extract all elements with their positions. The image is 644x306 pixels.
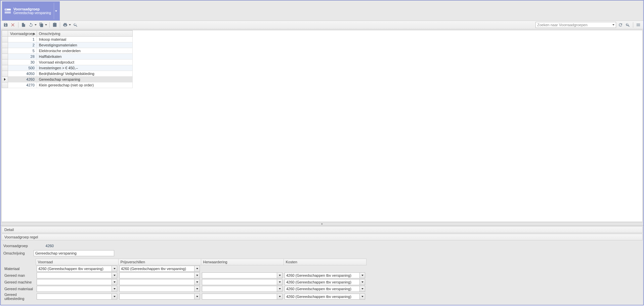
cell-id[interactable]: 28 (8, 54, 37, 60)
table-row[interactable]: 30Voorraad eindproduct (2, 60, 133, 65)
panel-splitter[interactable]: ▾ (1, 223, 643, 225)
cell-id[interactable]: 30 (8, 60, 37, 65)
cell-id[interactable]: 5 (8, 48, 37, 54)
svg-rect-2 (5, 9, 7, 10)
print-dropdown[interactable] (68, 22, 71, 28)
row-handle[interactable] (2, 48, 8, 54)
table-row[interactable]: 1Inkoop materiaal (2, 37, 133, 42)
save-button[interactable] (3, 22, 9, 28)
account-combo[interactable]: 4260 (Gereedschappen tbv verspaning) (285, 272, 365, 278)
account-combo[interactable] (37, 286, 117, 292)
table-row[interactable]: 500Investeringen > € 450,-- (2, 65, 133, 71)
account-combo[interactable]: 4260 (Gereedschappen tbv verspaning) (119, 266, 200, 272)
copy-dropdown[interactable] (44, 22, 47, 28)
row-handle[interactable] (2, 65, 8, 71)
account-combo[interactable] (119, 279, 200, 285)
combo-dropdown-icon[interactable] (194, 286, 200, 292)
account-combo[interactable] (202, 279, 283, 285)
undo-button[interactable] (28, 22, 34, 28)
cell-desc[interactable]: Voorraad eindproduct (37, 60, 132, 65)
print-button[interactable] (62, 22, 68, 28)
paste-button[interactable] (52, 22, 58, 28)
combo-dropdown-icon[interactable] (359, 294, 365, 299)
row-handle[interactable] (2, 60, 8, 65)
account-combo[interactable] (119, 272, 200, 278)
cell-id[interactable]: 4260 (8, 77, 37, 82)
combo-dropdown-icon[interactable] (194, 266, 200, 271)
cell-desc[interactable]: Klein gereedschap (niet op order) (37, 82, 132, 88)
account-combo[interactable] (202, 286, 283, 292)
combo-dropdown-icon[interactable] (112, 294, 117, 299)
grid-col-voorraadgroep[interactable]: Voorraadgroep (8, 31, 37, 37)
cell-id[interactable]: 4270 (8, 82, 37, 88)
cell-desc[interactable]: Bedrijfskleding/ Veiligheidskleding (37, 71, 132, 77)
ribbon-tab-voorraadgroep[interactable]: Voorraadgroep Gereedschap verspaning (2, 1, 60, 21)
table-row[interactable]: 4260Gereedschap verspaning (2, 77, 133, 82)
refresh-button[interactable] (617, 22, 624, 28)
combo-dropdown-icon[interactable] (277, 273, 282, 278)
zoom-add-button[interactable] (625, 22, 631, 28)
account-combo[interactable]: 4260 (Gereedschappen tbv verspaning) (285, 279, 365, 285)
combo-dropdown-icon[interactable] (194, 273, 200, 278)
data-grid[interactable]: Voorraadgroep Omschrijving 1Inkoop mater… (1, 30, 643, 222)
copy-button[interactable] (38, 22, 44, 28)
account-combo[interactable] (119, 286, 200, 292)
account-combo[interactable] (202, 294, 283, 300)
cell-id[interactable]: 2 (8, 42, 37, 48)
row-handle[interactable] (2, 77, 8, 82)
row-handle[interactable] (2, 82, 8, 88)
combo-dropdown-icon[interactable] (277, 294, 282, 299)
account-combo[interactable] (37, 279, 117, 285)
table-row[interactable]: 5Elektronische onderdelen (2, 48, 133, 54)
cell-id[interactable]: 4050 (8, 71, 37, 77)
combo-dropdown-icon[interactable] (359, 286, 365, 292)
grid-col-omschrijving[interactable]: Omschrijving (37, 31, 132, 37)
combo-dropdown-icon[interactable] (277, 279, 282, 285)
table-row[interactable]: 2Bevestigingsmaterialen (2, 42, 133, 48)
account-combo[interactable] (37, 294, 117, 300)
undo-dropdown[interactable] (34, 22, 37, 28)
cell-desc[interactable]: Bevestigingsmaterialen (37, 42, 132, 48)
table-row[interactable]: 4270Klein gereedschap (niet op order) (2, 82, 133, 88)
combo-dropdown-icon[interactable] (112, 266, 117, 271)
hamburger-menu-button[interactable] (635, 22, 641, 28)
account-matrix: VoorraadPrijsverschillenHerwaarderingKos… (3, 259, 641, 301)
account-combo[interactable]: 4260 (Gereedschappen tbv verspaning) (285, 294, 365, 300)
combo-dropdown-icon[interactable] (359, 273, 365, 278)
grid-rowselector-header[interactable] (2, 31, 8, 37)
combo-dropdown-icon[interactable] (112, 286, 117, 292)
delete-button[interactable] (10, 22, 16, 28)
row-handle[interactable] (2, 54, 8, 60)
combo-dropdown-icon[interactable] (112, 279, 117, 285)
combo-dropdown-icon[interactable] (112, 273, 117, 278)
row-handle[interactable] (2, 71, 8, 77)
input-omschrijving[interactable]: Gereedschap verspaning (34, 250, 114, 256)
combo-dropdown-icon[interactable] (194, 294, 200, 299)
search-button[interactable] (73, 22, 79, 28)
account-combo[interactable]: 4260 (Gereedschappen tbv verspaning) (285, 286, 365, 292)
row-handle[interactable] (2, 42, 8, 48)
account-combo[interactable]: 4260 (Gereedschappen tbv verspaning) (37, 266, 117, 272)
cell-desc[interactable]: Inkoop materiaal (37, 37, 132, 42)
cell-desc[interactable]: Halffabrikaten (37, 54, 132, 60)
account-combo[interactable] (119, 294, 200, 300)
table-row[interactable]: 28Halffabrikaten (2, 54, 133, 60)
new-button[interactable] (20, 22, 27, 28)
combo-dropdown-icon[interactable] (277, 286, 282, 292)
account-combo[interactable] (37, 272, 117, 278)
combo-dropdown-icon[interactable] (194, 279, 200, 285)
cell-desc[interactable]: Gereedschap verspaning (37, 77, 132, 82)
row-handle[interactable] (2, 37, 8, 42)
detail-header[interactable]: Detail (1, 226, 643, 233)
account-combo[interactable] (202, 272, 283, 278)
matrix-row-label: Gereed materiaal (3, 285, 36, 292)
search-dropdown[interactable] (611, 24, 616, 26)
cell-id[interactable]: 500 (8, 65, 37, 71)
combo-dropdown-icon[interactable] (359, 279, 365, 285)
search-input[interactable]: Zoeken naar Voorraadgroepen (535, 22, 616, 28)
cell-id[interactable]: 1 (8, 37, 37, 42)
table-row[interactable]: 4050Bedrijfskleding/ Veiligheidskleding (2, 71, 133, 77)
cell-desc[interactable]: Investeringen > € 450,-- (37, 65, 132, 71)
cell-desc[interactable]: Elektronische onderdelen (37, 48, 132, 54)
ribbon-dropdown[interactable] (54, 3, 58, 19)
